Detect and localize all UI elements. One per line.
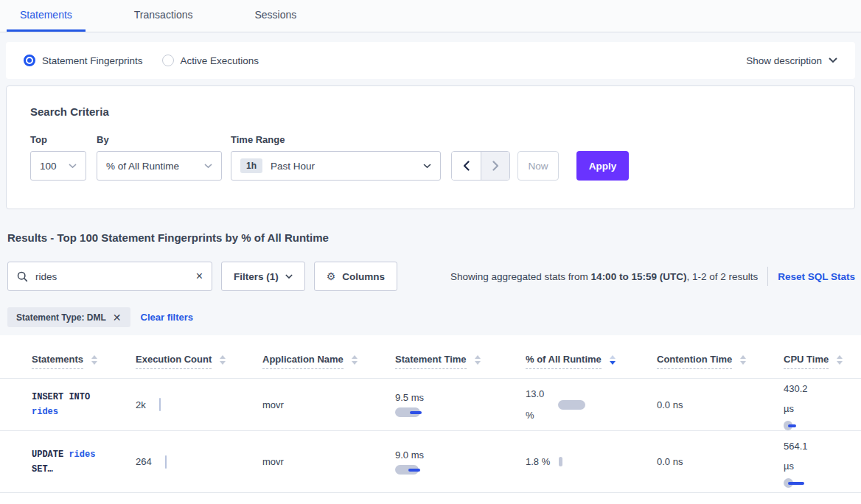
table-row: INSERT INTO rides 2k movr 9.5 ms 13.0 % … <box>0 379 861 431</box>
sort-icon[interactable] <box>91 355 97 365</box>
application-name-cell: movr <box>262 456 395 467</box>
clear-search-icon[interactable]: × <box>196 270 203 282</box>
chevron-right-icon <box>492 161 499 171</box>
filter-chip-label: Statement Type: DML <box>16 312 106 323</box>
sort-icon-active-desc[interactable] <box>610 355 616 365</box>
table-row: UPDATE rides SET… 264 movr 9.0 ms 1.8 % … <box>0 431 861 493</box>
contention-time-cell: 0.0 ns <box>657 399 784 410</box>
remove-filter-icon[interactable]: ✕ <box>113 312 122 323</box>
top-tab-bar: Statements Transactions Sessions <box>0 0 861 32</box>
previous-time-range-button[interactable] <box>452 152 481 180</box>
pct-runtime-cell: 1.8 % <box>526 451 657 472</box>
show-description-toggle[interactable]: Show description <box>746 55 837 66</box>
execution-count-bar <box>165 455 167 469</box>
pct-runtime-bar <box>558 400 585 410</box>
column-header-statement-time[interactable]: Statement Time <box>395 354 526 369</box>
column-header-application-name[interactable]: Application Name <box>262 354 395 369</box>
view-mode-bar: Statement Fingerprints Active Executions… <box>6 42 855 79</box>
top-select[interactable]: 100 <box>30 151 86 181</box>
table-header-row: Statements Execution Count Application N… <box>0 344 861 379</box>
column-header-cpu-time[interactable]: CPU Time <box>784 354 854 369</box>
time-range-badge: 1h <box>240 158 262 173</box>
statement-search-box: × <box>7 262 212 291</box>
chevron-down-icon <box>204 164 212 169</box>
vertical-divider <box>767 267 768 286</box>
tab-sessions[interactable]: Sessions <box>241 0 310 32</box>
pct-runtime-bar <box>559 457 562 466</box>
top-label: Top <box>30 134 86 145</box>
search-criteria-panel: Search Criteria Top 100 By % of All Runt… <box>6 85 855 209</box>
search-input[interactable] <box>35 271 196 282</box>
statement-time-cell: 9.5 ms <box>395 392 424 417</box>
statement-time-mean-marker <box>408 469 420 472</box>
statement-link[interactable]: rides <box>32 407 58 417</box>
reset-sql-stats-link[interactable]: Reset SQL Stats <box>778 271 855 282</box>
results-heading: Results - Top 100 Statement Fingerprints… <box>7 231 854 244</box>
statements-table: Statements Execution Count Application N… <box>0 335 861 504</box>
radio-label: Active Executions <box>181 55 259 66</box>
tab-transactions[interactable]: Transactions <box>121 0 206 32</box>
columns-label: Columns <box>342 271 385 282</box>
by-value: % of All Runtime <box>106 161 179 172</box>
radio-selected-icon <box>24 55 35 66</box>
statement-time-cell: 9.0 ms <box>395 449 424 475</box>
time-range-select[interactable]: 1h Past Hour <box>231 151 441 181</box>
cpu-time-mean-marker <box>788 424 796 427</box>
radio-label: Statement Fingerprints <box>42 55 143 66</box>
sort-icon[interactable] <box>475 355 481 365</box>
filters-button[interactable]: Filters (1) <box>221 262 305 291</box>
column-header-execution-count[interactable]: Execution Count <box>136 354 262 369</box>
radio-statement-fingerprints[interactable]: Statement Fingerprints <box>24 55 143 66</box>
gear-icon: ⚙ <box>327 270 336 282</box>
chevron-down-icon <box>423 164 431 169</box>
cpu-time-cell: 430.2 µs <box>784 379 854 430</box>
filter-chip-statement-type: Statement Type: DML ✕ <box>7 307 130 327</box>
clear-filters-link[interactable]: Clear filters <box>141 312 194 323</box>
column-header-pct-runtime[interactable]: % of All Runtime <box>526 354 657 369</box>
next-time-range-button[interactable] <box>481 152 509 180</box>
chevron-left-icon <box>463 161 470 171</box>
time-range-value: Past Hour <box>271 161 315 172</box>
radio-unselected-icon <box>162 55 174 66</box>
sort-icon[interactable] <box>740 355 746 365</box>
sort-icon[interactable] <box>352 355 358 365</box>
results-controls: × Filters (1) ⚙ Columns Showing aggregat… <box>7 262 855 291</box>
apply-button[interactable]: Apply <box>576 151 629 181</box>
tab-statements[interactable]: Statements <box>7 0 86 32</box>
by-select[interactable]: % of All Runtime <box>97 151 222 181</box>
column-header-contention-time[interactable]: Contention Time <box>657 354 784 369</box>
sort-icon[interactable] <box>220 355 226 365</box>
search-criteria-title: Search Criteria <box>30 105 831 118</box>
statement-fingerprint: UPDATE rides SET… <box>19 447 136 477</box>
now-button[interactable]: Now <box>517 151 559 181</box>
application-name-cell: movr <box>262 399 395 410</box>
column-header-statements[interactable]: Statements <box>19 354 136 369</box>
chevron-down-icon <box>285 274 293 279</box>
search-icon <box>17 271 28 282</box>
cpu-time-mean-marker <box>788 482 804 485</box>
statement-fingerprint: INSERT INTO rides <box>19 390 136 419</box>
execution-count-bar <box>159 398 161 411</box>
time-range-nav <box>451 151 510 181</box>
pct-runtime-cell: 13.0 % <box>526 383 657 426</box>
show-description-label: Show description <box>746 55 822 66</box>
time-range-label: Time Range <box>231 134 441 145</box>
chevron-down-icon <box>69 164 77 169</box>
contention-time-cell: 0.0 ns <box>657 456 784 467</box>
statement-link[interactable]: rides <box>69 449 95 460</box>
filter-chip-row: Statement Type: DML ✕ Clear filters <box>7 307 855 327</box>
top-value: 100 <box>40 161 57 172</box>
by-label: By <box>97 134 222 145</box>
filters-label: Filters (1) <box>234 271 279 282</box>
statement-time-mean-marker <box>410 411 422 414</box>
columns-button[interactable]: ⚙ Columns <box>314 262 397 291</box>
results-summary: Showing aggregated stats from 14:00 to 1… <box>450 271 758 282</box>
cpu-time-cell: 564.1 µs <box>784 436 854 488</box>
radio-active-executions[interactable]: Active Executions <box>162 55 259 66</box>
summary-time-range: 14:00 to 15:59 (UTC) <box>591 271 687 282</box>
chevron-down-icon <box>829 57 837 63</box>
sort-icon[interactable] <box>837 355 843 365</box>
execution-count-cell: 2k <box>136 398 262 411</box>
execution-count-cell: 264 <box>136 455 262 469</box>
